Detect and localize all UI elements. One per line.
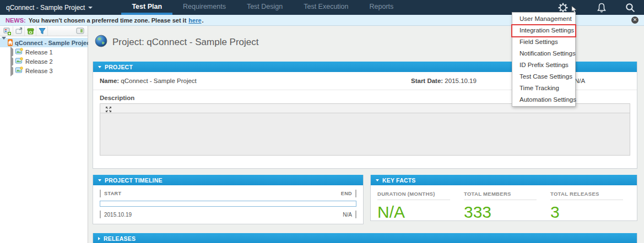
fact-label: TOTAL MEMBERS xyxy=(464,191,537,200)
tab-label: Requirements xyxy=(183,3,226,10)
timeline-start-label: START xyxy=(104,191,121,196)
release-icon xyxy=(15,57,23,65)
releases-panel: RELEASES xyxy=(93,233,637,243)
fact-value: 333 xyxy=(464,203,550,222)
project-tree: qConnect - Sample Project Release 1 Rele… xyxy=(0,36,88,75)
timeline-end-label: END xyxy=(341,191,352,196)
menu-item-test-case-settings[interactable]: Test Case Settings xyxy=(512,71,575,82)
expander-right-icon[interactable] xyxy=(8,58,15,65)
tree-node-project-root[interactable]: qConnect - Sample Project xyxy=(0,38,88,47)
menu-item-time-tracking[interactable]: Time Tracking xyxy=(512,82,575,94)
release-icon xyxy=(15,67,23,75)
timeline-body: START END 2015.10.19 N/A xyxy=(93,185,363,218)
project-name-field: Name: qConnect - Sample Project xyxy=(100,78,197,84)
collapse-caret-icon xyxy=(376,179,379,181)
field-value: N/A xyxy=(575,78,585,84)
close-icon[interactable]: ✕ xyxy=(631,16,638,24)
description-editor[interactable] xyxy=(100,103,630,156)
tab-reports[interactable]: Reports xyxy=(359,0,404,15)
tree-node-release-2[interactable]: Release 2 xyxy=(0,57,88,66)
chevron-down-icon xyxy=(88,7,93,9)
fact-label: DURATION (MONTHS) xyxy=(377,191,450,200)
field-label: Name: xyxy=(100,78,119,84)
panel-title: RELEASES xyxy=(104,235,136,242)
timeline-end-date: N/A xyxy=(343,212,352,218)
tab-test-design[interactable]: Test Design xyxy=(236,0,293,15)
news-period: . xyxy=(202,17,204,24)
copy-folder-icon[interactable] xyxy=(13,26,25,36)
timeline-progress-bar xyxy=(100,201,356,207)
panel-title: PROJECT TIMELINE xyxy=(105,177,163,184)
tree-node-release-3[interactable]: Release 3 xyxy=(0,66,88,75)
project-timeline-panel: PROJECT TIMELINE START END 2015.10.19 N/… xyxy=(93,175,364,224)
tab-label: Test Execution xyxy=(304,3,348,10)
news-tag: NEWS: xyxy=(6,17,26,24)
expand-caret-icon xyxy=(98,237,100,240)
field-value: qConnect - Sample Project xyxy=(121,78,196,84)
recycle-bin-icon[interactable] xyxy=(25,26,36,36)
timezone-here-link[interactable]: here xyxy=(188,17,201,24)
collapse-panel-icon[interactable] xyxy=(74,26,86,36)
fact-label: TOTAL RELEASES xyxy=(550,191,623,200)
tab-requirements[interactable]: Requirements xyxy=(172,0,236,15)
timeline-dates-row: 2015.10.19 N/A xyxy=(100,211,356,218)
fact-total-members: TOTAL MEMBERS 333 xyxy=(464,191,550,222)
menu-item-automation-settings[interactable]: Automation Settings xyxy=(512,94,575,106)
notifications-bell-icon[interactable] xyxy=(596,2,607,13)
expander-right-icon[interactable] xyxy=(8,49,15,56)
globe-icon xyxy=(95,35,107,50)
timeline-start-date: 2015.10.19 xyxy=(104,212,132,218)
search-magnifier-icon[interactable] xyxy=(625,2,636,13)
home-icon xyxy=(8,39,13,46)
add-item-icon[interactable] xyxy=(2,26,13,36)
fact-value: N/A xyxy=(377,203,464,222)
project-selector-dropdown[interactable]: qConnect - Sample Project xyxy=(0,0,100,15)
page-title: Project: qConnect - Sample Project xyxy=(95,35,259,50)
news-message: You haven't chosen a preferred time zone… xyxy=(29,17,187,24)
field-label: Start Date: xyxy=(411,78,443,84)
settings-gear-icon[interactable] xyxy=(558,2,569,13)
tree-node-label: qConnect - Sample Project xyxy=(15,40,92,46)
fact-value: 3 xyxy=(550,203,637,222)
field-value: 2015.10.19 xyxy=(445,78,477,84)
main-tabs: Test Plan Requirements Test Design Test … xyxy=(121,0,404,15)
key-facts-panel-header[interactable]: KEY FACTS xyxy=(371,175,637,185)
timeline-labels-row: START END xyxy=(100,190,356,197)
panel-title: PROJECT xyxy=(105,64,133,70)
menu-item-notification-settings[interactable]: Notification Settings xyxy=(512,48,575,59)
page-title-text: Project: qConnect - Sample Project xyxy=(112,37,259,48)
settings-dropdown-menu: User Management Integration Settings Fie… xyxy=(512,12,576,107)
releases-panel-header[interactable]: RELEASES xyxy=(93,233,637,243)
tree-node-release-1[interactable]: Release 1 xyxy=(0,47,88,57)
tab-label: Reports xyxy=(370,3,394,10)
collapse-caret-icon xyxy=(98,66,101,68)
release-icon xyxy=(15,48,23,56)
fact-duration: DURATION (MONTHS) N/A xyxy=(377,191,464,222)
tree-node-label: Release 3 xyxy=(25,68,53,74)
expand-fullscreen-icon[interactable] xyxy=(105,105,112,112)
menu-item-field-settings[interactable]: Field Settings xyxy=(512,36,575,48)
project-selector-label: qConnect - Sample Project xyxy=(6,4,85,12)
panel-title: KEY FACTS xyxy=(382,177,416,184)
project-tree-sidebar: qConnect - Sample Project Release 1 Rele… xyxy=(0,26,88,243)
menu-item-integration-settings[interactable]: Integration Settings xyxy=(512,25,575,36)
timeline-panel-header[interactable]: PROJECT TIMELINE xyxy=(93,175,363,185)
expander-down-icon[interactable] xyxy=(0,40,8,46)
tab-label: Test Plan xyxy=(132,3,162,10)
key-facts-panel: KEY FACTS DURATION (MONTHS) N/A TOTAL ME… xyxy=(370,175,637,221)
key-facts-body: DURATION (MONTHS) N/A TOTAL MEMBERS 333 … xyxy=(371,185,637,222)
tab-test-plan[interactable]: Test Plan xyxy=(121,0,172,15)
filter-funnel-icon[interactable] xyxy=(36,26,48,36)
tree-toolbar xyxy=(0,26,88,36)
menu-item-user-management[interactable]: User Management xyxy=(512,13,575,25)
tree-node-label: Release 2 xyxy=(25,58,53,65)
tab-label: Test Design xyxy=(247,3,283,10)
tree-node-label: Release 1 xyxy=(25,49,53,56)
menu-item-id-prefix-settings[interactable]: ID Prefix Settings xyxy=(512,59,575,71)
collapse-caret-icon xyxy=(98,179,101,181)
description-label: Description xyxy=(100,95,134,101)
project-start-date-field: Start Date: 2015.10.19 xyxy=(411,78,477,84)
tab-test-execution[interactable]: Test Execution xyxy=(293,0,359,15)
expander-right-icon[interactable] xyxy=(8,68,15,74)
fact-total-releases: TOTAL RELEASES 3 xyxy=(550,191,637,222)
